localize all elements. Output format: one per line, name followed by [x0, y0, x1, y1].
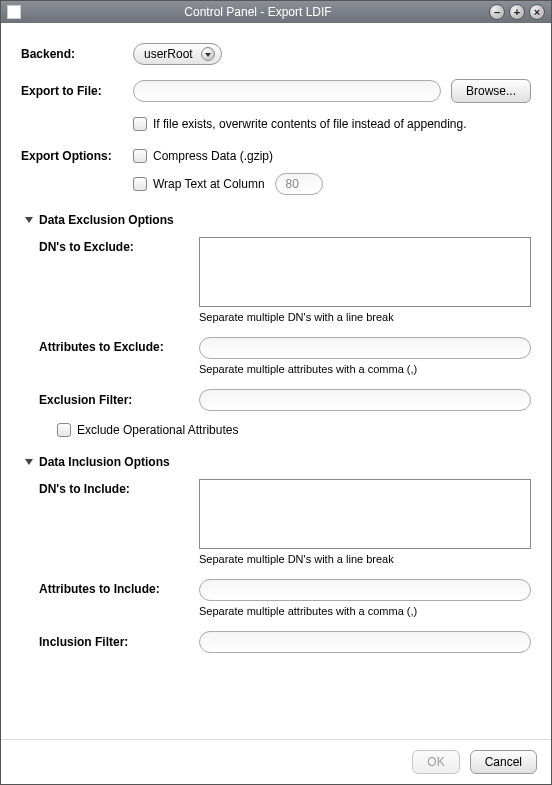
exclusion-attr-input[interactable]	[208, 338, 522, 358]
overwrite-checkbox[interactable]	[133, 117, 147, 131]
exclusion-section-title: Data Exclusion Options	[39, 213, 174, 227]
exclusion-attr-input-wrapper	[199, 337, 531, 359]
browse-button[interactable]: Browse...	[451, 79, 531, 103]
inclusion-dn-hint: Separate multiple DN's with a line break	[199, 553, 531, 565]
backend-selected: userRoot	[144, 47, 193, 61]
compress-label: Compress Data (.gzip)	[153, 149, 273, 163]
exclusion-filter-label: Exclusion Filter:	[39, 393, 199, 407]
inclusion-filter-label: Inclusion Filter:	[39, 635, 199, 649]
exclusion-dn-hint: Separate multiple DN's with a line break	[199, 311, 531, 323]
backend-dropdown[interactable]: userRoot	[133, 43, 222, 65]
chevron-down-icon	[25, 217, 33, 223]
close-icon[interactable]: ×	[529, 4, 545, 20]
compress-checkbox[interactable]	[133, 149, 147, 163]
inclusion-attr-label: Attributes to Include:	[39, 579, 199, 596]
content-area: Backend: userRoot Export to File: Browse…	[1, 23, 551, 739]
export-file-label: Export to File:	[21, 84, 133, 98]
exclusion-filter-input[interactable]	[208, 390, 522, 410]
maximize-icon[interactable]: +	[509, 4, 525, 20]
wrap-label: Wrap Text at Column	[153, 177, 265, 191]
inclusion-section-title: Data Inclusion Options	[39, 455, 170, 469]
document-icon	[7, 5, 21, 19]
exclusion-attr-hint: Separate multiple attributes with a comm…	[199, 363, 531, 375]
export-file-input[interactable]	[142, 81, 432, 101]
dropdown-arrow-icon	[201, 47, 215, 61]
chevron-down-icon	[25, 459, 33, 465]
backend-label: Backend:	[21, 47, 133, 61]
inclusion-attr-hint: Separate multiple attributes with a comm…	[199, 605, 531, 617]
export-file-input-wrapper	[133, 80, 441, 102]
dialog-footer: OK Cancel	[1, 739, 551, 784]
titlebar: Control Panel - Export LDIF – + ×	[1, 1, 551, 23]
minimize-icon[interactable]: –	[489, 4, 505, 20]
inclusion-filter-input-wrapper	[199, 631, 531, 653]
exclusion-attr-label: Attributes to Exclude:	[39, 337, 199, 354]
inclusion-dn-label: DN's to Include:	[39, 479, 199, 496]
export-options-label: Export Options:	[21, 149, 133, 163]
cancel-button[interactable]: Cancel	[470, 750, 537, 774]
inclusion-dn-textarea-wrapper	[199, 479, 531, 549]
inclusion-attr-input-wrapper	[199, 579, 531, 601]
overwrite-label: If file exists, overwrite contents of fi…	[153, 117, 467, 131]
exclusion-filter-input-wrapper	[199, 389, 531, 411]
wrap-column-input[interactable]	[284, 174, 314, 194]
export-ldif-window: Control Panel - Export LDIF – + × Backen…	[0, 0, 552, 785]
window-title: Control Panel - Export LDIF	[27, 5, 489, 19]
exclusion-section-header[interactable]: Data Exclusion Options	[25, 213, 531, 227]
exclusion-dn-textarea-wrapper	[199, 237, 531, 307]
exclude-operational-label: Exclude Operational Attributes	[77, 423, 238, 437]
inclusion-filter-input[interactable]	[208, 632, 522, 652]
inclusion-dn-textarea[interactable]	[202, 482, 528, 546]
ok-button[interactable]: OK	[412, 750, 459, 774]
inclusion-section-header[interactable]: Data Inclusion Options	[25, 455, 531, 469]
exclusion-dn-textarea[interactable]	[202, 240, 528, 304]
exclude-operational-checkbox[interactable]	[57, 423, 71, 437]
wrap-checkbox[interactable]	[133, 177, 147, 191]
wrap-column-input-wrapper	[275, 173, 323, 195]
inclusion-attr-input[interactable]	[208, 580, 522, 600]
exclusion-dn-label: DN's to Exclude:	[39, 237, 199, 254]
